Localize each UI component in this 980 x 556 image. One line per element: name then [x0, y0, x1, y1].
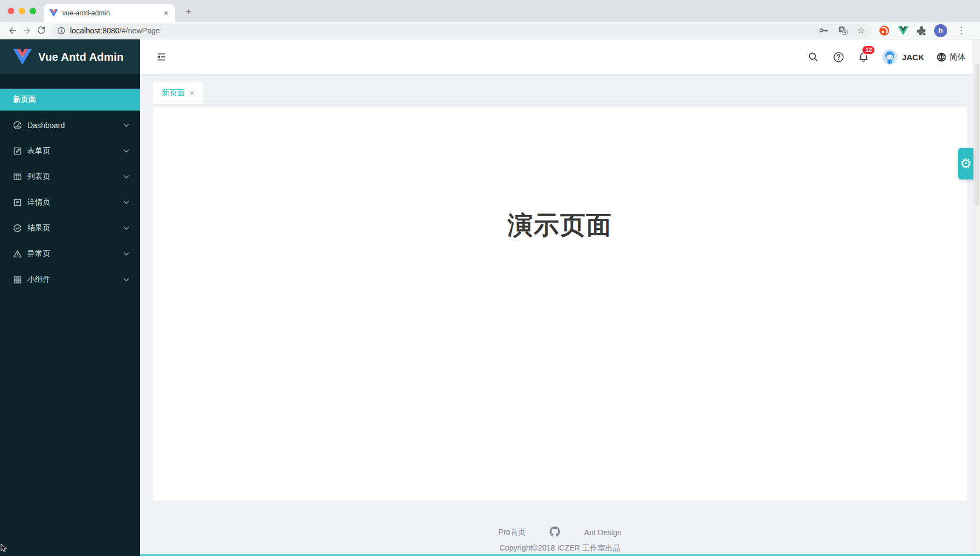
extension-icons: h ⋮ — [876, 24, 970, 37]
chevron-down-icon — [124, 149, 129, 153]
settings-drawer-button[interactable]: ⚙ — [958, 148, 973, 179]
copyright-text: Copyright©2018 ICZER 工作室出品 — [140, 543, 980, 553]
gear-icon: ⚙ — [960, 157, 972, 170]
globe-icon — [936, 52, 947, 62]
sidebar-item-label: 新页面 — [13, 95, 129, 105]
browser-profile-avatar[interactable]: h — [934, 24, 947, 37]
help-icon[interactable] — [832, 50, 845, 63]
reload-button[interactable] — [34, 24, 48, 38]
url-text: localhost:8080/#/newPage — [70, 26, 160, 35]
block-icon — [13, 275, 22, 284]
language-label: 简体 — [949, 52, 966, 62]
github-icon[interactable] — [550, 526, 560, 538]
extension-orange-icon[interactable] — [878, 25, 890, 37]
sidebar-item-label: 结果页 — [27, 223, 118, 233]
chevron-down-icon — [124, 201, 129, 204]
language-selector[interactable]: 简体 — [936, 52, 966, 62]
user-menu[interactable]: JACK — [882, 49, 924, 65]
sidebar-item-label: 小组件 — [27, 275, 118, 285]
minimize-window-button[interactable] — [19, 8, 25, 14]
page-tab-new-page[interactable]: 新页面 × — [153, 82, 203, 104]
chevron-down-icon — [124, 278, 129, 281]
sidebar-item-label: 异常页 — [27, 249, 118, 259]
address-bar[interactable]: localhost:8080/#/newPage ☆ — [51, 24, 872, 38]
back-button[interactable] — [5, 24, 20, 38]
sidebar: Vue Antd Admin 新页面 Dashboard — [0, 39, 140, 556]
footer-link-pro-home[interactable]: Pro首页 — [498, 528, 526, 537]
app-window: Vue Antd Admin 新页面 Dashboard — [0, 39, 980, 556]
menu-fold-icon[interactable] — [155, 50, 168, 63]
table-icon — [13, 172, 22, 181]
main-area: 12 JACK — [140, 39, 980, 556]
page-scrollbar[interactable] — [973, 39, 980, 556]
app-footer: Pro首页 Ant Design Copyright©2018 ICZER 工作… — [140, 501, 980, 553]
translate-icon[interactable] — [838, 25, 848, 36]
sidebar-item-form[interactable]: 表单页 — [0, 140, 140, 162]
sidebar-item-exception[interactable]: 异常页 — [0, 243, 140, 265]
chevron-down-icon — [124, 227, 129, 230]
vue-favicon-icon — [49, 9, 58, 17]
sidebar-item-label: Dashboard — [27, 121, 118, 130]
url-host: localhost:8080 — [70, 26, 119, 35]
check-circle-icon — [13, 224, 22, 233]
footer-link-ant-design[interactable]: Ant Design — [584, 528, 621, 537]
vue-devtools-icon[interactable] — [897, 26, 909, 36]
chevron-down-icon — [124, 175, 129, 178]
page-tab-label: 新页面 — [162, 88, 185, 98]
chrome-menu-icon[interactable]: ⋮ — [954, 25, 968, 36]
sidebar-item-new-page[interactable]: 新页面 — [0, 89, 140, 111]
browser-tab-title: vue-antd-admin — [62, 9, 158, 17]
mouse-cursor — [1, 544, 8, 553]
browser-tab-strip: vue-antd-admin × + — [0, 0, 980, 22]
sidebar-item-detail[interactable]: 详情页 — [0, 192, 140, 213]
address-bar-actions: ☆ — [819, 25, 866, 36]
chevron-down-icon — [124, 124, 129, 127]
window-controls — [8, 8, 36, 14]
notification-badge: 12 — [862, 46, 874, 54]
page-title: 演示页面 — [508, 208, 612, 501]
sidebar-logo[interactable]: Vue Antd Admin — [0, 39, 140, 74]
form-icon — [13, 147, 22, 155]
password-key-icon[interactable] — [819, 25, 829, 36]
sidebar-item-widgets[interactable]: 小组件 — [0, 269, 140, 291]
browser-toolbar: localhost:8080/#/newPage ☆ — [0, 22, 980, 39]
page-tab-close-icon[interactable]: × — [190, 89, 194, 97]
content-area: 新页面 × 演示页面 Pro首页 Ant Design Copyright©20… — [140, 74, 980, 556]
vue-logo-icon — [13, 49, 32, 65]
url-path: /#/newPage — [119, 26, 160, 35]
new-tab-button[interactable]: + — [182, 4, 196, 19]
app-header: 12 JACK — [140, 39, 980, 74]
dashboard-icon — [13, 121, 22, 130]
notification-bell-icon[interactable]: 12 — [857, 50, 870, 63]
footer-links: Pro首页 Ant Design — [140, 526, 980, 538]
header-actions: 12 JACK — [807, 49, 966, 65]
close-window-button[interactable] — [8, 8, 14, 14]
forward-button[interactable] — [20, 24, 34, 38]
browser-tab[interactable]: vue-antd-admin × — [44, 4, 175, 22]
tab-close-icon[interactable]: × — [162, 8, 170, 18]
page-tabs: 新页面 × — [153, 83, 967, 105]
bookmark-star-icon[interactable]: ☆ — [857, 26, 865, 35]
warning-icon — [13, 250, 22, 258]
page-card: 演示页面 — [153, 107, 967, 501]
sidebar-item-dashboard[interactable]: Dashboard — [0, 114, 140, 136]
maximize-window-button[interactable] — [30, 8, 36, 14]
sidebar-item-label: 表单页 — [27, 146, 118, 156]
sidebar-item-label: 详情页 — [27, 198, 118, 207]
profile-icon — [13, 198, 22, 207]
sidebar-item-list[interactable]: 列表页 — [0, 166, 140, 188]
app-title: Vue Antd Admin — [38, 51, 124, 63]
username: JACK — [902, 53, 924, 62]
scrollbar-thumb[interactable] — [975, 63, 979, 206]
sidebar-item-result[interactable]: 结果页 — [0, 217, 140, 239]
user-avatar — [882, 49, 897, 65]
site-info-icon[interactable] — [57, 26, 66, 35]
search-icon[interactable] — [807, 50, 820, 63]
extensions-puzzle-icon[interactable] — [916, 25, 927, 36]
sidebar-item-label: 列表页 — [27, 172, 118, 182]
sidebar-menu: 新页面 Dashboard 表单页 — [0, 74, 140, 294]
chevron-down-icon — [124, 252, 129, 256]
